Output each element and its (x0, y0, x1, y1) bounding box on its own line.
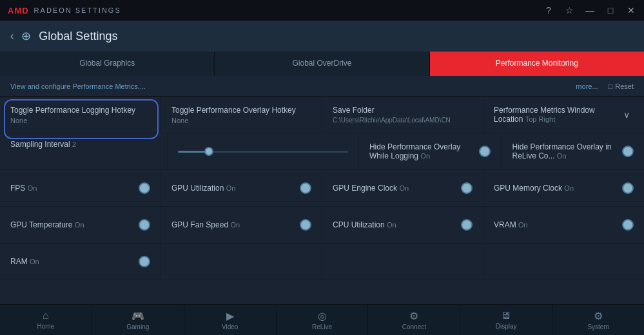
nav-gaming-label: Gaming (126, 323, 149, 330)
cell-hide-overlay-logging: Hide Performance Overlay While Logging O… (359, 133, 502, 169)
connect-icon: ⚙ (409, 310, 418, 322)
reset-button[interactable]: □ Reset (609, 82, 634, 90)
slider-track[interactable] (178, 151, 348, 153)
more-button[interactable]: more... (576, 82, 598, 90)
display-icon: 🖥 (501, 310, 511, 321)
cell-empty-2 (322, 244, 483, 280)
value-hide-overlay-logging: On (420, 152, 430, 160)
radeon-title: RADEON SETTINGS (34, 6, 121, 14)
nav-video[interactable]: ▶ Video (184, 305, 277, 335)
toggle-gpu-utilization[interactable] (300, 182, 311, 194)
cell-gpu-memory-clock: GPU Memory Clock On (483, 170, 644, 206)
ram-content: RAM On (10, 257, 39, 266)
title-bar-controls: ? ☆ — □ ✕ (543, 5, 636, 15)
bookmark-button[interactable]: ☆ (564, 5, 574, 15)
nav-relive[interactable]: ◎ ReLive (277, 305, 369, 335)
tab-global-overdrive[interactable]: Global OverDrive (215, 52, 429, 76)
toggle-fps[interactable] (139, 182, 150, 194)
gpu-engine-clock-content: GPU Engine Clock On (333, 184, 409, 193)
settings-row-sampling: Sampling Interval 2 Hide Performance Ove… (0, 133, 644, 170)
nav-connect[interactable]: ⚙ Connect (368, 305, 460, 335)
home-icon: ⌂ (43, 310, 49, 321)
value-gpu-engine-clock: On (399, 184, 409, 192)
gpu-memory-clock-content: GPU Memory Clock On (494, 184, 574, 193)
globe-icon: ⊕ (21, 29, 31, 43)
amd-logo: AMD (8, 6, 29, 15)
minimize-button[interactable]: — (585, 5, 595, 15)
label-ram: RAM (10, 257, 28, 266)
toggle-hide-overlay-relive[interactable] (622, 146, 634, 157)
chevron-down-icon[interactable]: ∨ (620, 108, 634, 121)
nav-system-label: System (587, 323, 609, 330)
sampling-slider-container (168, 133, 359, 169)
hide-overlay-logging-content: Hide Performance Overlay While Logging O… (369, 142, 480, 160)
settings-row-1: Toggle Performance Logging Hotkey None T… (0, 97, 644, 133)
value-ram: On (30, 258, 39, 265)
cell-gpu-utilization: GPU Utilization On (161, 170, 322, 206)
back-button[interactable]: ‹ (10, 30, 14, 42)
sub-header-description: View and configure Performance Metrics..… (10, 82, 146, 90)
value-toggle-overlay-hotkey: None (171, 117, 311, 124)
value-vram: On (518, 221, 528, 229)
cell-gpu-engine-clock: GPU Engine Clock On (322, 170, 483, 206)
value-sampling-interval: 2 (72, 140, 76, 148)
value-hide-overlay-relive: On (557, 152, 567, 160)
label-gpu-utilization: GPU Utilization (171, 184, 224, 193)
toggle-gpu-engine-clock[interactable] (461, 182, 473, 194)
nav-video-label: Video (222, 323, 238, 330)
toggle-gpu-temperature[interactable] (139, 219, 150, 231)
help-button[interactable]: ? (543, 5, 554, 15)
content-area: Toggle Performance Logging Hotkey None T… (0, 97, 644, 280)
toggle-cpu-utilization[interactable] (461, 219, 473, 231)
toggle-gpu-memory-clock[interactable] (622, 182, 634, 194)
toggle-ram[interactable] (139, 256, 150, 267)
cell-toggle-overlay-hotkey: Toggle Performance Overlay Hotkey None (161, 97, 322, 133)
settings-row-3: FPS On GPU Utilization On GPU Engine Clo… (0, 170, 644, 207)
cell-gpu-fan-speed: GPU Fan Speed On (161, 207, 322, 243)
value-metrics-window-location: Top Right (525, 115, 555, 123)
label-vram: VRAM (494, 220, 516, 229)
cell-cpu-utilization: CPU Utilization On (322, 207, 483, 243)
title-bar: AMD RADEON SETTINGS ? ☆ — □ ✕ (0, 0, 644, 21)
bottom-navigation: ⌂ Home 🎮 Gaming ▶ Video ◎ ReLive ⚙ Conne… (0, 304, 644, 335)
metrics-location-content: Performance Metrics Window Location Top … (494, 106, 620, 124)
cpu-utilization-content: CPU Utilization On (333, 220, 396, 229)
cell-vram: VRAM On (483, 207, 644, 243)
settings-row-5: RAM On (0, 244, 644, 280)
system-icon: ⚙ (594, 310, 603, 322)
value-gpu-memory-clock: On (564, 184, 574, 192)
nav-home-label: Home (37, 323, 55, 330)
maximize-button[interactable]: □ (605, 5, 616, 15)
label-sampling-interval: Sampling Interval (10, 140, 70, 149)
nav-display-label: Display (496, 323, 517, 330)
value-gpu-utilization: On (226, 184, 236, 192)
toggle-hide-overlay-logging[interactable] (479, 146, 491, 157)
tab-performance-monitoring[interactable]: Performance Monitoring (430, 52, 644, 76)
nav-home[interactable]: ⌂ Home (0, 305, 92, 335)
toggle-vram[interactable] (622, 219, 634, 231)
tab-global-graphics[interactable]: Global Graphics (0, 52, 215, 76)
nav-display[interactable]: 🖥 Display (460, 305, 552, 335)
label-toggle-logging-hotkey: Toggle Performance Logging Hotkey (10, 106, 150, 115)
slider-area[interactable] (178, 151, 348, 153)
label-gpu-temperature: GPU Temperature (10, 220, 73, 229)
label-gpu-memory-clock: GPU Memory Clock (494, 184, 562, 193)
fps-content: FPS On (10, 184, 37, 193)
cell-fps: FPS On (0, 170, 161, 206)
toggle-gpu-fan-speed[interactable] (300, 219, 311, 231)
nav-gaming[interactable]: 🎮 Gaming (92, 305, 184, 335)
settings-row-4: GPU Temperature On GPU Fan Speed On CPU … (0, 207, 644, 244)
sub-header: View and configure Performance Metrics..… (0, 76, 644, 97)
slider-thumb[interactable] (204, 147, 213, 156)
header: ‹ ⊕ Global Settings (0, 21, 644, 52)
label-hide-overlay-logging: Hide Performance Overlay While Logging (369, 142, 460, 160)
title-bar-left: AMD RADEON SETTINGS (8, 6, 121, 15)
video-icon: ▶ (226, 310, 234, 322)
cell-toggle-logging-hotkey: Toggle Performance Logging Hotkey None (0, 97, 161, 133)
cell-metrics-window-location: Performance Metrics Window Location Top … (483, 97, 644, 133)
gpu-utilization-content: GPU Utilization On (171, 184, 235, 193)
hide-overlay-relive-content: Hide Performance Overlay in ReLive Co...… (512, 142, 622, 160)
nav-system[interactable]: ⚙ System (552, 305, 644, 335)
close-button[interactable]: ✕ (626, 5, 636, 15)
nav-connect-label: Connect (402, 323, 426, 330)
